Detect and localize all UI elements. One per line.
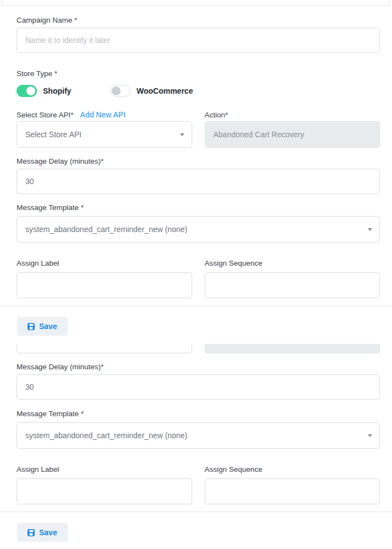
message-delay-group: Message Delay (minutes)* xyxy=(17,363,380,400)
woocommerce-toggle-item: WooCommerce xyxy=(110,85,193,97)
assign-row: Assign Label Assign Sequence xyxy=(17,259,380,306)
store-api-select[interactable] xyxy=(17,344,192,353)
store-api-select[interactable]: Select Store API xyxy=(17,121,192,148)
action-value: Abandoned Cart Recovery xyxy=(214,130,304,139)
store-type-toggles: Shopify WooCommerce xyxy=(17,85,380,97)
store-api-label: Select Store API* xyxy=(17,111,74,119)
campaign-name-group: Campaign Name * xyxy=(17,16,380,53)
toggle-knob xyxy=(112,87,121,95)
message-delay-input[interactable] xyxy=(17,374,380,400)
message-delay-label: Message Delay (minutes)* xyxy=(17,157,380,165)
action-label: Action* xyxy=(205,111,380,119)
assign-sequence-group: Assign Sequence xyxy=(205,465,380,504)
chevron-down-icon xyxy=(368,434,372,437)
campaign-form-2: Message Delay (minutes)* Message Templat… xyxy=(0,344,392,512)
chevron-down-icon xyxy=(180,133,184,136)
message-template-select[interactable]: system_abandoned_cart_reminder_new (none… xyxy=(17,216,380,243)
message-template-label: Message Template * xyxy=(17,203,380,212)
assign-label-label: Assign Label xyxy=(17,465,192,473)
save-icon xyxy=(28,323,35,330)
assign-label-input[interactable] xyxy=(17,478,192,504)
save-button-label: Save xyxy=(39,322,57,331)
form-2-footer: Save xyxy=(0,512,392,542)
shopify-toggle[interactable] xyxy=(17,85,37,97)
shopify-label: Shopify xyxy=(43,85,71,97)
message-template-selected-value: system_abandoned_cart_reminder_new (none… xyxy=(25,225,187,234)
message-template-group: Message Template * system_abandoned_cart… xyxy=(17,410,380,449)
assign-label-input[interactable] xyxy=(17,272,192,298)
action-disabled-input xyxy=(205,344,380,353)
save-button[interactable]: Save xyxy=(17,317,68,336)
assign-label-group: Assign Label xyxy=(17,259,192,298)
assign-label-label: Assign Label xyxy=(17,259,192,267)
save-button-label: Save xyxy=(39,528,57,537)
assign-sequence-input[interactable] xyxy=(205,272,380,298)
message-delay-group: Message Delay (minutes)* xyxy=(17,157,380,194)
clipped-fields-row xyxy=(17,344,380,353)
add-new-api-link[interactable]: Add New API xyxy=(80,111,126,119)
save-button[interactable]: Save xyxy=(17,523,68,542)
assign-sequence-label: Assign Sequence xyxy=(205,259,380,267)
message-template-select[interactable]: system_abandoned_cart_reminder_new (none… xyxy=(17,422,380,449)
chevron-down-icon xyxy=(368,228,372,231)
store-type-group: Store Type * Shopify WooCommerce xyxy=(17,69,380,97)
assign-label-group: Assign Label xyxy=(17,465,192,504)
form-1-footer: Save xyxy=(0,306,392,336)
assign-sequence-label: Assign Sequence xyxy=(205,465,380,473)
card-top-border xyxy=(0,0,392,6)
save-icon xyxy=(28,529,35,536)
message-delay-input[interactable] xyxy=(17,169,380,194)
api-action-row: Select Store API* Add New API Select Sto… xyxy=(17,111,380,148)
toggle-knob xyxy=(26,87,35,95)
action-disabled-input: Abandoned Cart Recovery xyxy=(205,121,380,148)
message-template-group: Message Template * system_abandoned_cart… xyxy=(17,203,380,243)
campaign-name-label: Campaign Name * xyxy=(17,16,380,24)
assign-sequence-input[interactable] xyxy=(205,478,380,504)
store-api-group: Select Store API* Add New API Select Sto… xyxy=(17,111,192,148)
assign-row: Assign Label Assign Sequence xyxy=(17,465,380,512)
assign-sequence-group: Assign Sequence xyxy=(205,259,380,298)
message-delay-label: Message Delay (minutes)* xyxy=(17,363,380,371)
woocommerce-label: WooCommerce xyxy=(137,85,193,97)
campaign-name-input[interactable] xyxy=(17,28,380,53)
store-api-selected-value: Select Store API xyxy=(25,130,81,139)
campaign-form-1: Campaign Name * Store Type * Shopify Woo… xyxy=(0,6,392,306)
shopify-toggle-item: Shopify xyxy=(17,85,110,97)
message-template-selected-value: system_abandoned_cart_reminder_new (none… xyxy=(25,431,187,440)
message-template-label: Message Template * xyxy=(17,410,380,418)
action-group: Action* Abandoned Cart Recovery xyxy=(205,111,380,148)
woocommerce-toggle[interactable] xyxy=(110,85,130,97)
store-type-label: Store Type * xyxy=(17,69,380,78)
